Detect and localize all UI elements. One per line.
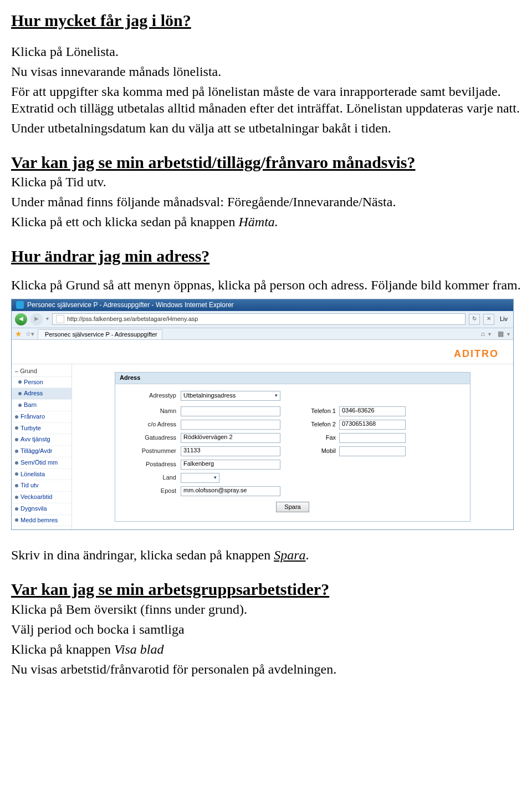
ie-icon	[16, 301, 24, 309]
search-provider-label[interactable]: Liv	[498, 315, 510, 323]
para: Under utbetalningsdatum kan du välja att…	[11, 120, 521, 136]
bullet-icon	[15, 415, 18, 419]
input-gatuadress[interactable]: Rödklövervägen 2	[181, 433, 280, 443]
para: Klicka på Lönelista.	[11, 43, 521, 60]
input-telefon1[interactable]: 0346-83626	[339, 406, 406, 416]
refresh-button[interactable]: ↻	[469, 314, 480, 325]
sidebar-item-dygnsvila[interactable]: Dygnsvila	[12, 503, 71, 515]
para: Nu visas innevarande månads lönelista.	[11, 63, 521, 80]
browser-tab[interactable]: Personec självservice P - Adressuppgifte…	[38, 329, 162, 340]
sidebar-item-label: Barn	[24, 401, 37, 409]
tab-title: Personec självservice P - Adressuppgifte…	[45, 331, 157, 339]
select-adresstyp[interactable]: Utbetalningsadress ▾	[181, 391, 280, 401]
para: Nu visas arbetstid/frånvarotid för perso…	[11, 661, 521, 677]
forward-button[interactable]: ►	[30, 313, 43, 325]
input-epost[interactable]: mm.olofsson@spray.se	[181, 486, 280, 496]
logo-row: ADITRO	[12, 340, 513, 364]
bullet-icon	[15, 472, 18, 476]
browser-tabstrip: ★ ☆▾ Personec självservice P - Adressupp…	[12, 328, 513, 340]
heading-group-worktimes: Var kan jag se min arbetsgruppsarbetstid…	[11, 579, 521, 600]
select-value: Utbetalningsadress	[183, 392, 236, 400]
para: Klicka på ett och klicka sedan på knappe…	[11, 213, 521, 230]
sidebar-item-label: Turbyte	[21, 425, 41, 432]
sidebar-item-veckoarbtid[interactable]: Veckoarbtid	[12, 492, 71, 503]
label-namn: Namn	[125, 407, 181, 415]
chevron-down-icon[interactable]: ▾	[488, 331, 491, 338]
input-namn[interactable]	[181, 406, 280, 416]
sidebar-item-turbyte[interactable]: Turbyte	[12, 423, 71, 435]
sidebar-item-person[interactable]: Person	[12, 377, 71, 389]
browser-navbar: ◄ ► ▾ http://pss.falkenberg.se/arbetstag…	[12, 311, 513, 328]
bullet-icon	[15, 507, 18, 511]
input-postadress[interactable]: Falkenberg	[181, 460, 280, 470]
window-titlebar: Personec självservice P - Adressuppgifte…	[12, 299, 513, 311]
sidebar-item-label: Lönelista	[21, 471, 45, 478]
sidebar-item-sem-otid[interactable]: Sem/Ötid mm	[12, 457, 71, 469]
para: Klicka på Grund så att menyn öppnas, kli…	[11, 277, 521, 293]
home-icon[interactable]: ⌂	[481, 330, 485, 338]
embedded-screenshot: Personec självservice P - Adressuppgifte…	[11, 299, 521, 531]
feeds-icon[interactable]: ▦	[494, 330, 504, 338]
sidebar-item-label: Medd bemres	[21, 517, 58, 524]
sidebar-item-label: Adress	[24, 390, 43, 398]
label-mobil: Mobil	[280, 447, 339, 455]
sidebar-item-label: Veckoarbtid	[21, 493, 52, 501]
text: Klicka på knappen	[11, 642, 114, 656]
input-postnummer[interactable]: 31133	[181, 446, 280, 456]
select-land[interactable]: ▾	[181, 473, 219, 483]
sidebar-item-label: Sem/Ötid mm	[21, 459, 58, 467]
stop-button[interactable]: ✕	[483, 314, 494, 325]
dropdown-icon[interactable]: ▾	[46, 315, 49, 323]
favorites-dropdown-icon[interactable]: ☆▾	[25, 330, 34, 338]
sidebar-item-medd-bemres[interactable]: Medd bemres	[12, 515, 71, 527]
chevron-down-icon[interactable]: ▾	[507, 331, 510, 338]
heading-salary: Hur mycket får jag i lön?	[11, 10, 521, 31]
chevron-down-icon: ▾	[275, 393, 278, 399]
para: Under månad finns följande månadsval: Fö…	[11, 193, 521, 210]
bullet-icon	[15, 461, 18, 465]
bullet-icon	[15, 426, 18, 430]
sidebar-item-tid-utv[interactable]: Tid utv	[12, 480, 71, 492]
label-telefon1: Telefon 1	[280, 407, 339, 415]
sidebar-item-franvaro[interactable]: Frånvaro	[12, 411, 71, 423]
sidebar-item-barn[interactable]: Barn	[12, 400, 71, 411]
url-text: http://pss.falkenberg.se/arbetstagare/Hm…	[67, 315, 198, 323]
bullet-icon	[15, 438, 18, 441]
bullet-icon	[18, 392, 22, 395]
sidebar-item-avv-tjanstg[interactable]: Avv tjänstg	[12, 434, 71, 446]
address-bar[interactable]: http://pss.falkenberg.se/arbetstagare/Hm…	[52, 313, 466, 325]
bullet-icon	[15, 484, 18, 487]
aditro-logo: ADITRO	[454, 348, 499, 360]
sidebar-item-tillagg-avdr[interactable]: Tillägg/Avdr	[12, 446, 71, 457]
input-mobil[interactable]	[339, 446, 406, 456]
text: Klicka på ett och klicka sedan på knappe…	[11, 215, 239, 229]
favorites-star-icon[interactable]: ★	[15, 329, 22, 339]
input-telefon2[interactable]: 0730651368	[339, 420, 406, 430]
sidebar-item-label: Person	[24, 379, 43, 386]
para: Klicka på Tid utv.	[11, 174, 521, 190]
sidebar-item-label: Frånvaro	[21, 413, 45, 421]
save-button[interactable]: Spara	[276, 502, 309, 513]
sidebar-item-label: Tillägg/Avdr	[21, 447, 52, 455]
label-gatuadress: Gatuadress	[125, 434, 181, 442]
bullet-icon	[18, 404, 22, 407]
text: .	[306, 548, 309, 562]
label-postadress: Postadress	[125, 461, 181, 468]
panel-title: Adress	[115, 373, 470, 384]
sidebar-item-label: Tid utv	[21, 482, 39, 490]
label-telefon2: Telefon 2	[280, 421, 339, 429]
sidebar-header-grund[interactable]: – Grund	[12, 366, 71, 377]
back-button[interactable]: ◄	[15, 313, 27, 325]
browser-window: Personec självservice P - Adressuppgifte…	[11, 299, 514, 531]
input-co-adress[interactable]	[181, 420, 280, 430]
button-name-emphasis: Visa blad	[114, 642, 164, 656]
button-name-emphasis: Spara	[274, 548, 305, 562]
sidebar-item-label: Dygnsvila	[21, 505, 47, 513]
sidebar-item-adress[interactable]: Adress	[12, 388, 71, 400]
input-fax[interactable]	[339, 433, 406, 443]
sidebar-item-lonelista[interactable]: Lönelista	[12, 469, 71, 481]
sidebar-item-label: Avv tjänstg	[21, 436, 50, 444]
sidebar: – Grund Person Adress Barn Frånvaro Turb…	[12, 364, 72, 530]
label-epost: Epost	[125, 487, 181, 495]
site-favicon-icon	[56, 315, 64, 323]
